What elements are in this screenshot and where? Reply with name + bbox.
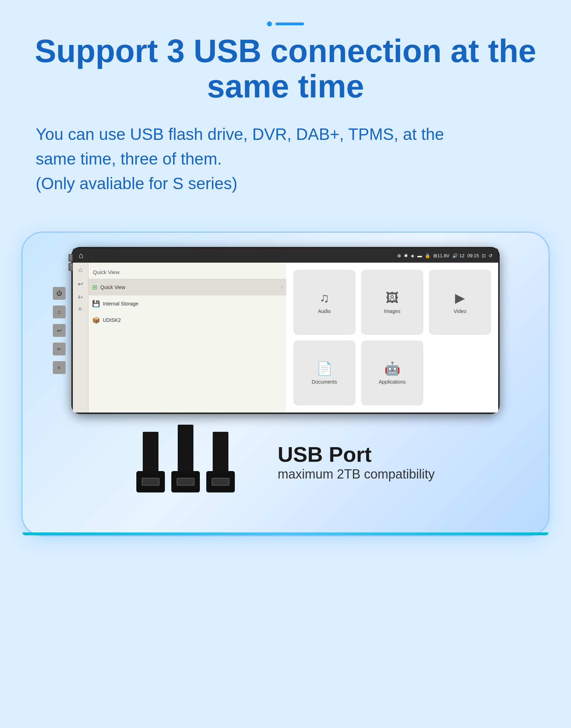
usb-port-hole-2 — [177, 478, 194, 486]
documents-label: Documents — [312, 379, 337, 385]
ctrl-home[interactable]: ⌂ — [79, 266, 82, 274]
usb-connector-2 — [171, 425, 200, 492]
video-icon: ▶ — [455, 290, 465, 305]
ctrl-volup[interactable]: 4+ — [78, 294, 83, 300]
status-bt: ✱ — [404, 253, 408, 258]
status-vol: 🔊 12 — [452, 253, 464, 258]
usb-cable-3 — [213, 432, 228, 471]
car-head-unit: MIC RST ⏻ ⌂ ↩ 4+ 4- — [71, 247, 500, 414]
audio-icon: ♫ — [320, 290, 329, 305]
power-btn[interactable]: ⏻ — [53, 287, 66, 300]
tile-images[interactable]: 🖼 Images — [361, 270, 423, 335]
rst-label: RST — [69, 263, 73, 271]
audio-label: Audio — [318, 308, 331, 314]
status-home-icon: ⌂ — [79, 251, 83, 260]
desc-line3: (Only avaliable for S series) — [36, 171, 535, 196]
status-back: ↺ — [489, 253, 492, 258]
images-icon: 🖼 — [386, 290, 399, 305]
usb-bottom-area: USB Port maximum 2TB compatibility — [40, 425, 531, 492]
ctrl-voldown[interactable]: 4- — [79, 306, 83, 312]
screen-content: ⌂ ↩ 4+ 4- Quick View ⊞ Quick View — [73, 263, 498, 413]
device-container: MIC RST ⏻ ⌂ ↩ 4+ 4- — [0, 232, 571, 536]
tile-documents[interactable]: 📄 Documents — [293, 340, 355, 405]
back-btn[interactable]: ↩ — [53, 324, 66, 337]
screen: ⌂ ⊕ ✱ ◈ ▬ 🔒 ⊞11.8V 🔊 12 09:15 ⊡ ↺ — [73, 248, 498, 413]
documents-icon: 📄 — [317, 361, 333, 376]
usb-connectors — [136, 425, 235, 492]
device-outer-frame: MIC RST ⏻ ⌂ ↩ 4+ 4- — [21, 232, 550, 536]
decoration — [29, 21, 542, 26]
status-voltage: ⊞11.8V — [433, 253, 449, 258]
car-unit-screen-frame: ⌂ ⊕ ✱ ◈ ▬ 🔒 ⊞11.8V 🔊 12 09:15 ⊡ ↺ — [71, 247, 500, 414]
power-icon: ⏻ — [56, 290, 62, 297]
usb-cable-1 — [143, 432, 158, 471]
usb-port-subtitle: maximum 2TB compatibility — [278, 467, 435, 482]
status-wifi: ⊕ — [397, 253, 401, 258]
images-label: Images — [384, 308, 400, 314]
applications-label: Applications — [379, 379, 406, 385]
status-right: ⊕ ✱ ◈ ▬ 🔒 ⊞11.8V 🔊 12 09:15 ⊡ ↺ — [397, 253, 492, 258]
udisk2-icon: 📦 — [92, 316, 100, 324]
status-signal: ◈ — [411, 253, 414, 258]
back-icon: ↩ — [57, 327, 62, 334]
sidebar-item-udisk2[interactable]: 📦 UDISK2 — [89, 312, 286, 328]
usb-port-hole-1 — [142, 478, 160, 486]
file-manager-main: ♫ Audio 🖼 Images ▶ Video — [286, 263, 498, 413]
sidebar-controls: ⌂ ↩ 4+ 4- — [73, 263, 89, 413]
sidebar-nav: Quick View ⊞ Quick View › 💾 Internal Sto… — [89, 263, 286, 413]
home-btn[interactable]: ⌂ — [53, 305, 66, 318]
usb-cable-2 — [178, 425, 193, 471]
video-label: Video — [454, 308, 466, 314]
usb-port-hole-3 — [212, 478, 229, 486]
ctrl-back[interactable]: ↩ — [78, 280, 83, 288]
tile-audio[interactable]: ♫ Audio — [293, 270, 355, 335]
sidebar-item-internal-storage[interactable]: 💾 Internal Storage — [89, 295, 286, 312]
left-controls: ⏻ ⌂ ↩ 4+ 4- — [53, 287, 66, 374]
internal-storage-label: Internal Storage — [103, 301, 283, 307]
usb-connector-1 — [136, 432, 165, 492]
sidebar-item-quick-view[interactable]: ⊞ Quick View › — [89, 279, 286, 295]
quick-view-icon: ⊞ — [92, 283, 97, 291]
home-icon: ⌂ — [57, 309, 61, 315]
tile-video[interactable]: ▶ Video — [429, 270, 491, 335]
vol-up-btn[interactable]: 4+ — [53, 343, 66, 355]
quick-view-label: Quick View — [100, 284, 278, 290]
mic-label: MIC — [69, 254, 73, 262]
top-section: Support 3 USB connection at the same tim… — [0, 0, 571, 232]
desc-line2: same time, three of them. — [36, 147, 535, 171]
main-title: Support 3 USB connection at the same tim… — [29, 34, 542, 104]
status-time: 09:15 — [467, 253, 479, 258]
usb-plug-1 — [136, 471, 165, 492]
tile-applications[interactable]: 🤖 Applications — [361, 340, 423, 405]
applications-icon: 🤖 — [384, 361, 400, 376]
usb-label-area: USB Port maximum 2TB compatibility — [278, 442, 435, 492]
usb-connector-3 — [206, 432, 235, 492]
usb-plug-2 — [171, 471, 200, 492]
status-multiwin: ⊡ — [482, 253, 486, 258]
status-bar: ⌂ ⊕ ✱ ◈ ▬ 🔒 ⊞11.8V 🔊 12 09:15 ⊡ ↺ — [73, 248, 498, 263]
usb-plug-3 — [206, 471, 235, 492]
status-battery-bar: ▬ — [417, 253, 422, 258]
dash-icon — [276, 22, 304, 25]
internal-storage-icon: 💾 — [92, 300, 100, 308]
vol-down-btn[interactable]: 4- — [53, 361, 66, 374]
description: You can use USB flash drive, DVR, DAB+, … — [36, 122, 535, 196]
udisk2-label: UDISK2 — [103, 317, 283, 323]
desc-line1: You can use USB flash drive, DVR, DAB+, … — [36, 122, 535, 147]
status-lock: 🔒 — [425, 253, 430, 258]
vol-up-icon: 4+ — [57, 347, 62, 351]
dot-icon — [267, 21, 272, 26]
file-manager-header: Quick View — [89, 266, 286, 279]
usb-port-title: USB Port — [278, 442, 435, 467]
chevron-right-icon: › — [281, 285, 283, 290]
vol-down-icon: 4- — [57, 365, 61, 370]
side-labels: MIC RST — [69, 254, 73, 271]
